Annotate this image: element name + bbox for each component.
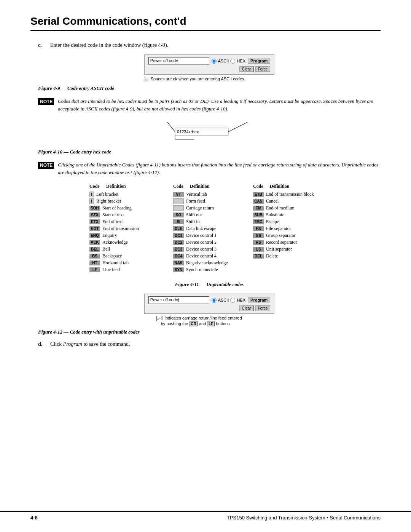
fig12-note-line3: buttons. bbox=[216, 321, 231, 326]
fig12-input-field[interactable]: Power off code| bbox=[148, 296, 209, 304]
lf-button[interactable]: LF bbox=[207, 321, 215, 326]
code-desc: Form feed bbox=[186, 198, 205, 204]
code-badge: HT bbox=[89, 260, 100, 265]
col3-def-header: Definition bbox=[270, 184, 289, 189]
code-desc: Synchronous idle bbox=[186, 267, 218, 273]
svg-line-1 bbox=[145, 78, 148, 81]
fig12-clear-button[interactable]: Clear bbox=[239, 305, 254, 311]
list-item: VT Vertical tab bbox=[173, 192, 245, 197]
figure-12-note: || indicates carriage return/line feed e… bbox=[144, 315, 275, 326]
note-1: NOTE Codes that are intended to be hex c… bbox=[38, 97, 381, 112]
code-desc: Device control 2 bbox=[186, 240, 217, 245]
code-badge: SYN bbox=[173, 267, 184, 272]
list-item: EM End of medium bbox=[253, 205, 325, 211]
note-2-label: NOTE bbox=[38, 162, 54, 169]
list-item: CAN Cancel bbox=[253, 198, 325, 204]
code-desc: End of text bbox=[102, 219, 123, 225]
ascii-radio[interactable] bbox=[212, 59, 217, 64]
list-item: ENQ Enquiry bbox=[89, 233, 166, 238]
code-badge: EM bbox=[253, 206, 264, 211]
clear-button[interactable]: Clear bbox=[239, 66, 254, 72]
list-item: HT Horizontal tab bbox=[89, 260, 166, 266]
svg-text:01234↵hex: 01234↵hex bbox=[177, 129, 199, 134]
code-desc: Line feed bbox=[102, 267, 120, 273]
fig12-hex-label: HEX bbox=[237, 298, 245, 302]
code-badge: GS bbox=[253, 233, 264, 238]
list-item: SYN Synchronous idle bbox=[173, 267, 245, 273]
list-item: BS Backspace bbox=[89, 253, 166, 259]
code-desc: Start of heading bbox=[102, 205, 132, 211]
list-item: ETB End of transmission block bbox=[253, 192, 325, 197]
code-desc: Carriage return bbox=[186, 205, 214, 211]
code-input-field[interactable]: Power off code bbox=[148, 57, 209, 65]
step-d: d. Click Program to save the command. bbox=[38, 341, 381, 347]
fig12-hex-radio[interactable] bbox=[230, 298, 235, 303]
list-item: Form feed bbox=[173, 198, 245, 204]
code-badge: DEL bbox=[253, 254, 264, 259]
code-badge: SOH bbox=[89, 206, 100, 211]
step-c-text: Enter the desired code in the code windo… bbox=[50, 42, 168, 48]
note-1-label: NOTE bbox=[38, 98, 54, 105]
figure-11-caption: Figure 4-11 — Unprintable codes bbox=[38, 281, 381, 288]
codes-column-1: Code Definition I Left bracket I Right b… bbox=[89, 184, 169, 274]
fig12-force-button[interactable]: Force bbox=[255, 305, 271, 311]
code-badge: I bbox=[89, 192, 94, 197]
code-badge: NAK bbox=[173, 260, 184, 265]
list-item: ESC Escape bbox=[253, 219, 325, 225]
hex-radio[interactable] bbox=[230, 59, 235, 64]
code-desc: Shift out bbox=[186, 212, 202, 218]
code-desc: Left bracket bbox=[96, 192, 118, 197]
code-badge: US bbox=[253, 247, 264, 252]
code-desc: Data link escape bbox=[186, 226, 216, 232]
page-title: Serial Communications, cont'd bbox=[30, 15, 381, 27]
list-item: Carriage return bbox=[173, 205, 245, 211]
code-desc: Device control 4 bbox=[186, 253, 217, 259]
code-badge: RS bbox=[253, 240, 264, 245]
program-button[interactable]: Program bbox=[248, 58, 270, 64]
force-button[interactable]: Force bbox=[255, 66, 271, 72]
code-badge: BS bbox=[89, 254, 100, 259]
fig12-entry-top: Power off code| ASCII HEX Program bbox=[148, 296, 271, 304]
fig12-program-button[interactable]: Program bbox=[248, 297, 270, 303]
code-badge: STX bbox=[89, 212, 100, 217]
figure-9-caption: Figure 4-9 — Code entry ASCII code bbox=[38, 85, 381, 91]
code-desc: Negative acknowledge bbox=[186, 260, 228, 266]
code-badge: SI bbox=[173, 219, 184, 224]
code-desc: Substitute bbox=[266, 212, 284, 218]
list-item: SOH Start of heading bbox=[89, 205, 166, 211]
unprintable-codes-table: Code Definition I Left bracket I Right b… bbox=[38, 184, 381, 274]
fig12-arrow-icon bbox=[156, 315, 160, 321]
col1-header: Code Definition bbox=[89, 184, 166, 189]
code-badge: DC1 bbox=[173, 233, 184, 238]
main-content: c. Enter the desired code in the code wi… bbox=[30, 42, 381, 347]
code-desc: Device control 3 bbox=[186, 246, 217, 252]
code-desc: Escape bbox=[266, 219, 279, 225]
col3-header: Code Definition bbox=[253, 184, 325, 189]
fig12-ascii-radio[interactable] bbox=[212, 298, 217, 303]
code-desc: Bell bbox=[102, 246, 110, 252]
code-desc: Record separator bbox=[266, 240, 297, 245]
list-item: SO Shift out bbox=[173, 212, 245, 218]
svg-line-5 bbox=[228, 122, 247, 132]
figure-12-ui: Power off code| ASCII HEX Program Clear … bbox=[144, 294, 275, 314]
step-c-label: c. bbox=[38, 42, 46, 48]
code-badge: ACK bbox=[89, 240, 100, 245]
step-c: c. Enter the desired code in the code wi… bbox=[38, 42, 381, 48]
list-item: ACK Acknowledge bbox=[89, 240, 166, 245]
list-item: DEL Delete bbox=[253, 253, 325, 259]
cr-button[interactable]: CR bbox=[189, 321, 198, 326]
list-item: DC4 Device control 4 bbox=[173, 253, 245, 259]
code-entry-bottom: Clear Force bbox=[148, 66, 271, 72]
code-badge: DC4 bbox=[173, 254, 184, 259]
note-2-text: Clicking one of the Unprintable Codes (f… bbox=[58, 161, 381, 176]
step-d-text: Click Program to save the command. bbox=[50, 341, 130, 347]
hex-figure-svg: 01234↵hex bbox=[156, 118, 263, 145]
and-text: and bbox=[199, 321, 207, 326]
list-item: I Left bracket bbox=[89, 192, 166, 197]
figure-10-container: 01234↵hex Figure 4-10 — Code entry hex c… bbox=[38, 118, 381, 155]
code-badge: EOT bbox=[89, 226, 100, 231]
figure-10-caption: Figure 4-10 — Code entry hex code bbox=[38, 149, 381, 155]
code-desc: File separator bbox=[266, 226, 291, 232]
code-entry-top: Power off code ASCII HEX Program bbox=[148, 57, 271, 65]
code-desc: Unit separator bbox=[266, 246, 292, 252]
